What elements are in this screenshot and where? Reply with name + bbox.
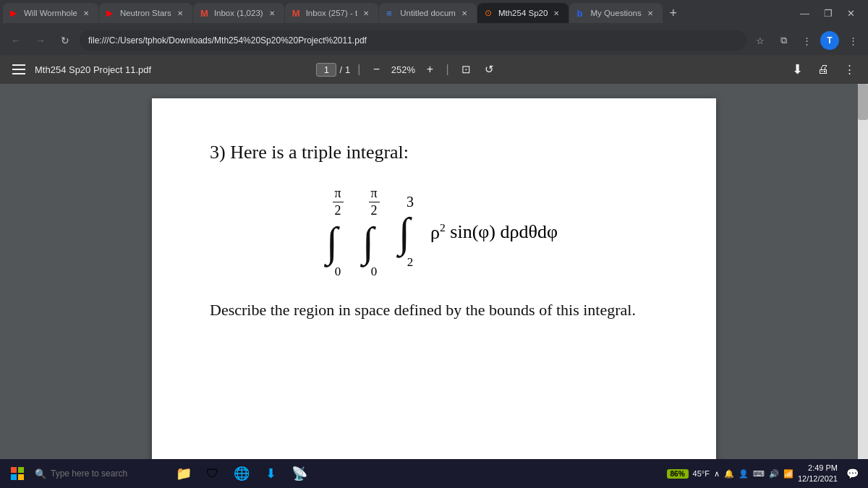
pdf-page-total: 1 (345, 64, 350, 75)
tab-inbox2[interactable]: M Inbox (257) - t ✕ (285, 3, 379, 23)
reload-button[interactable]: ↻ (55, 30, 75, 51)
speaker-icon[interactable]: 🔊 (769, 469, 779, 479)
tab-icon-bold: b (576, 8, 587, 18)
separator2: | (446, 63, 448, 76)
tab-icon-docs: ≡ (386, 8, 396, 18)
tab-icon-gmail2: M (292, 8, 302, 18)
problem-number: 3) (210, 142, 226, 163)
svg-rect-3 (11, 467, 17, 473)
description-text: Describe the region in space defined by … (210, 301, 658, 320)
forward-button[interactable]: → (30, 30, 51, 51)
clock-time: 2:49 PM (798, 463, 838, 474)
separator1: | (357, 63, 360, 76)
battery-indicator: 86% (667, 469, 689, 479)
notification-center-button[interactable]: 💬 (842, 463, 862, 484)
tab-close-icon[interactable]: ✕ (175, 8, 185, 18)
more-options-icon[interactable]: ⋮ (843, 31, 862, 50)
more-button[interactable]: ⋮ (839, 59, 859, 80)
address-icons: ☆ ⧉ ⋮ T ⋮ (751, 31, 862, 50)
lower-bound-phi: 0 (335, 265, 341, 279)
svg-rect-2 (12, 73, 25, 74)
problem-title: Here is a triple integral: (230, 142, 409, 163)
tab-close-icon[interactable]: ✕ (267, 8, 277, 18)
hamburger-icon (12, 64, 25, 74)
integral-symbol-2: ∫ (362, 221, 374, 263)
people-icon: 👤 (739, 469, 749, 479)
tab-inbox1[interactable]: M Inbox (1,023) ✕ (193, 3, 284, 23)
tab-pdf-active[interactable]: ⊙ Mth254 Sp20 ✕ (477, 3, 569, 23)
integrand: ρ2 sin(φ) dρdθdφ (430, 221, 558, 244)
tab-neutron[interactable]: ▶ Neutron Stars ✕ (99, 3, 192, 23)
taskbar-search-input[interactable] (51, 468, 159, 479)
profile-button[interactable]: T (820, 31, 839, 50)
tab-close-icon[interactable]: ✕ (81, 8, 91, 18)
scrollbar-track[interactable] (858, 84, 868, 488)
print-button[interactable]: 🖨 (813, 59, 833, 80)
new-tab-button[interactable]: + (663, 3, 684, 23)
integrand-sin: sin(φ) (450, 221, 495, 243)
chevron-up-icon[interactable]: ∧ (714, 469, 720, 479)
search-icon: 🔍 (35, 468, 46, 479)
pdf-right-controls: ⊡ ↺ (456, 59, 500, 80)
taskbar-clock[interactable]: 2:49 PM 12/12/2021 (798, 463, 838, 485)
svg-rect-6 (18, 474, 24, 480)
address-input[interactable] (80, 30, 746, 51)
restore-button[interactable]: ❐ (820, 7, 837, 20)
integral-expression: π 2 ∫ 0 π 2 (310, 185, 558, 279)
svg-rect-4 (18, 467, 24, 473)
pdf-zoom-controls: − 252% + (367, 61, 438, 78)
rotate-button[interactable]: ↺ (480, 59, 500, 80)
zoom-out-button[interactable]: − (367, 61, 385, 78)
window-controls: — ❐ ✕ (796, 7, 865, 20)
taskbar-search-area[interactable]: 🔍 (29, 463, 165, 484)
upper-bound-rho: 3 (407, 194, 414, 210)
pdf-menu-button[interactable] (9, 59, 29, 80)
zoom-in-button[interactable]: + (421, 61, 438, 78)
menu-icon[interactable]: ⋮ (797, 31, 816, 50)
tab-label: Will Wormhole (24, 9, 77, 17)
download-button[interactable]: ⬇ (787, 59, 807, 80)
fit-page-button[interactable]: ⊡ (456, 59, 477, 80)
integrand-differentials: dρdθdφ (495, 221, 558, 243)
tab-close-icon[interactable]: ✕ (645, 8, 655, 18)
tab-close-icon[interactable]: ✕ (459, 8, 469, 18)
taskbar-apps: 📁 🛡 🌐 ⬇ 📡 (171, 462, 312, 485)
tab-close-icon[interactable]: ✕ (551, 8, 561, 18)
tab-wormhole[interactable]: ▶ Will Wormhole ✕ (3, 3, 98, 23)
tab-docs[interactable]: ≡ Untitled docum ✕ (379, 3, 477, 23)
pdf-zoom-level: 252% (388, 64, 418, 75)
tab-questions[interactable]: b My Questions ✕ (569, 3, 662, 23)
back-button[interactable]: ← (6, 30, 26, 51)
taskbar-app-file-explorer[interactable]: 📁 (171, 462, 197, 485)
tab-label: Mth254 Sp20 (498, 9, 548, 17)
start-button[interactable] (6, 462, 29, 485)
taskbar-app-download[interactable]: ⬇ (258, 462, 284, 485)
taskbar-right: 86% 45°F ∧ 🔔 👤 ⌨ 🔊 📶 2:49 PM 12/12/2021 … (667, 463, 862, 485)
wifi-icon: 📶 (783, 469, 793, 479)
svg-rect-0 (12, 64, 25, 66)
integrand-rho: ρ2 (430, 221, 446, 244)
tab-label: Untitled docum (400, 9, 456, 17)
scrollbar-thumb (858, 84, 868, 120)
taskbar-app-network[interactable]: 📡 (286, 462, 312, 485)
pdf-page-input[interactable] (316, 63, 336, 77)
close-window-button[interactable]: ✕ (843, 7, 859, 20)
pdf-content[interactable]: 3) Here is a triple integral: π 2 ∫ (0, 84, 868, 488)
integral-symbol-1: ∫ (326, 221, 338, 263)
temperature: 45°F (693, 469, 710, 478)
notification-icon: 🔔 (724, 469, 734, 479)
tab-close-icon[interactable]: ✕ (361, 8, 371, 18)
pdf-page-separator: / (339, 64, 342, 75)
clock-date: 12/12/2021 (798, 474, 838, 484)
taskbar-app-antivirus[interactable]: 🛡 (200, 462, 226, 485)
minimize-button[interactable]: — (796, 7, 814, 20)
extensions-icon[interactable]: ⧉ (774, 31, 793, 50)
taskbar-app-chrome[interactable]: 🌐 (229, 462, 255, 485)
upper-bound-phi: π 2 (333, 185, 344, 220)
tab-label: Inbox (257) - t (306, 9, 358, 17)
pdf-viewer: Mth254 Sp20 Project 11.pdf / 1 | − 252% … (0, 55, 868, 488)
lower-bound-theta: 0 (371, 265, 378, 279)
pdf-page-controls: / 1 (316, 63, 350, 77)
bookmark-icon[interactable]: ☆ (751, 31, 770, 50)
pdf-title: Mth254 Sp20 Project 11.pdf (35, 64, 310, 75)
